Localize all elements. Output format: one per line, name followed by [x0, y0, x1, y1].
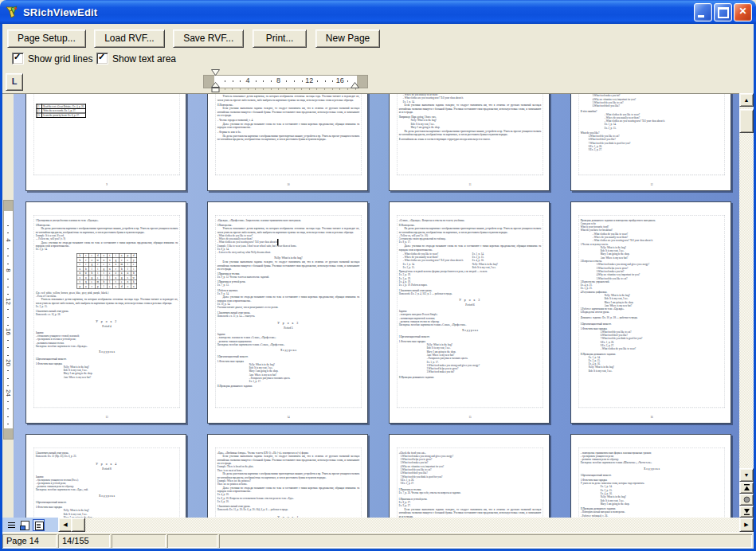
ruler-tick	[7, 325, 9, 326]
page-content: «Одежда», «Профессии». Закрепление лекси…	[208, 202, 368, 424]
show-text-area-checkbox[interactable]: ✓	[96, 53, 108, 64]
show-grid-lines-checkbox[interactable]: ✓	[12, 53, 24, 64]
page-thumbnail[interactable]: 1.Фонетическая зарядка1.What food makes …	[570, 93, 731, 191]
ruler-margin-bottom	[4, 428, 13, 439]
page-thumbnail[interactable]: 1.Read the text «Great Britain». Ех. 4, …	[25, 93, 186, 191]
scroll-up-button[interactable]: ▲	[739, 93, 754, 107]
page-layout-view-button[interactable]	[19, 519, 31, 531]
right-indent-marker[interactable]	[351, 82, 359, 88]
select-browse-object-button[interactable]	[739, 494, 754, 506]
ruler-margin-top	[4, 201, 13, 211]
browse-ball-icon	[743, 496, 750, 503]
ruler-number: 4	[245, 76, 249, 84]
close-icon: ✕	[734, 6, 751, 18]
ruler-tick	[271, 80, 272, 82]
page-number: 10	[208, 183, 368, 186]
page-content: І.Заключительный этап урока.Homework: Ех…	[26, 435, 186, 518]
tab-alignment-selector[interactable]: L	[6, 73, 23, 91]
minimize-icon	[698, 15, 704, 18]
ruler-tick	[7, 424, 9, 424]
ruler-tick	[325, 80, 326, 82]
ruler-number: 20	[5, 358, 12, 367]
ruler-number: 12	[305, 76, 313, 84]
page-content: Проверка домашнего задания и повторение …	[571, 202, 731, 424]
ruler-subtick	[240, 88, 241, 90]
page-thumbnail[interactable]: «Еда». «Любимые блюда». Чтение текста (Е…	[207, 434, 368, 518]
ruler-tick	[347, 80, 348, 82]
first-line-indent-marker[interactable]	[211, 69, 220, 76]
ruler-subtick	[255, 88, 256, 90]
ruler-subtick	[309, 88, 310, 90]
page-thumbnail[interactable]: І.Заключительный этап урока.Homework: Ех…	[25, 434, 186, 518]
ruler-tick	[7, 309, 9, 310]
ruler-subtick	[263, 88, 264, 90]
ruler-subtick	[316, 88, 317, 90]
toolbar: Page Setup... Load RVF... Save RVF... Pr…	[2, 25, 754, 49]
show-grid-lines-label: Show grid lines	[28, 53, 92, 64]
page-number: 13	[26, 416, 186, 419]
thumbnails-view-button[interactable]	[33, 519, 45, 531]
page-number: 16	[571, 416, 731, 419]
ruler-tick	[7, 385, 9, 386]
page-content: «Еда». «Любимые блюда». Чтение текста (Е…	[208, 435, 368, 518]
scroll-right-button[interactable]: ▶	[739, 518, 754, 532]
page-content: 1.Фонетическая зарядка1.What food makes …	[571, 93, 731, 191]
previous-page-button[interactable]	[739, 482, 754, 494]
page-number: 9	[26, 183, 186, 186]
thumbnails-view-icon	[35, 522, 44, 530]
page-thumbnail[interactable]: «Check the food you eat».1.What food mak…	[389, 434, 550, 518]
document-canvas[interactable]: 1.Read the text «Great Britain». Ех. 4, …	[14, 93, 739, 518]
ruler-number: 12	[5, 297, 12, 306]
horizontal-ruler[interactable]: 481216	[203, 75, 368, 88]
page-thumbnail[interactable]: Проверка домашнего задания и повторение …	[570, 201, 731, 424]
ruler-subtick	[355, 88, 356, 90]
close-button[interactable]: ✕	[734, 3, 752, 21]
vertical-ruler[interactable]: 4812162024	[3, 200, 14, 440]
page-number: 12	[571, 183, 731, 186]
ruler-tick	[7, 279, 9, 279]
down-arrow-icon: ▼	[744, 472, 750, 478]
right-arrow-icon: ▶	[744, 522, 748, 527]
next-page-icon	[743, 508, 750, 515]
hanging-indent-marker[interactable]	[211, 82, 220, 92]
vertical-scrollbar[interactable]: ▲ ▼	[739, 93, 754, 518]
ruler-tick	[7, 340, 9, 341]
ruler-tick	[7, 233, 9, 233]
ruler-tick	[7, 264, 9, 264]
status-panel-4	[167, 534, 217, 548]
page-setup-button[interactable]: Page Setup...	[7, 29, 86, 48]
ruler-subtick	[339, 88, 340, 90]
app-window: SRichViewEdit ✕ Page Setup... Load RVF..…	[0, 0, 756, 551]
page-content: «Check the food you eat».1.What food mak…	[390, 435, 550, 518]
page-thumbnail[interactable]: «Одежда», «Профессии». Закрепление лекси…	[207, 201, 368, 424]
minimize-button[interactable]	[694, 3, 712, 21]
status-panel-5	[219, 534, 752, 548]
vertical-scroll-thumb[interactable]	[739, 109, 754, 133]
next-page-button[interactable]	[739, 506, 754, 518]
scroll-down-button[interactable]: ▼	[739, 468, 754, 482]
ruler-subtick	[347, 88, 348, 90]
horizontal-scrollbar[interactable]: ◀ ▶	[2, 518, 754, 532]
draft-view-button[interactable]	[6, 519, 18, 531]
page-thumbnail[interactable]: – повторение грамматических форм и лекси…	[570, 434, 731, 518]
up-arrow-icon: ▲	[744, 97, 750, 103]
ruler-tick	[7, 408, 9, 409]
page-thumbnail[interactable]: Учитель показывает детям картинки, на ко…	[389, 93, 550, 191]
save-rvf-button[interactable]: Save RVF...	[173, 29, 244, 48]
prev-page-icon	[743, 484, 750, 491]
new-page-button[interactable]: New Page	[315, 29, 380, 48]
page-thumbnail[interactable]: На доске расставлены картинки с изображе…	[207, 93, 368, 191]
titlebar[interactable]: SRichViewEdit ✕	[0, 0, 756, 24]
print-button[interactable]: Print...	[253, 29, 307, 48]
load-rvf-button[interactable]: Load RVF...	[94, 29, 164, 48]
maximize-button[interactable]	[714, 3, 732, 21]
horizontal-scroll-thumb[interactable]	[71, 518, 85, 532]
ruler-number: 8	[5, 266, 12, 275]
ruler-tick	[7, 248, 9, 249]
left-arrow-icon: ◀	[63, 522, 67, 527]
ruler-subtick	[278, 88, 279, 90]
page-thumbnail[interactable]: І.Тренировка в употреблении лексики по т…	[25, 201, 186, 424]
status-panel-3	[112, 534, 166, 548]
status-page-label: Page 14	[2, 534, 57, 548]
page-thumbnail[interactable]: «Семья», «Одежда». Вопросы и ответы по т…	[389, 201, 550, 424]
